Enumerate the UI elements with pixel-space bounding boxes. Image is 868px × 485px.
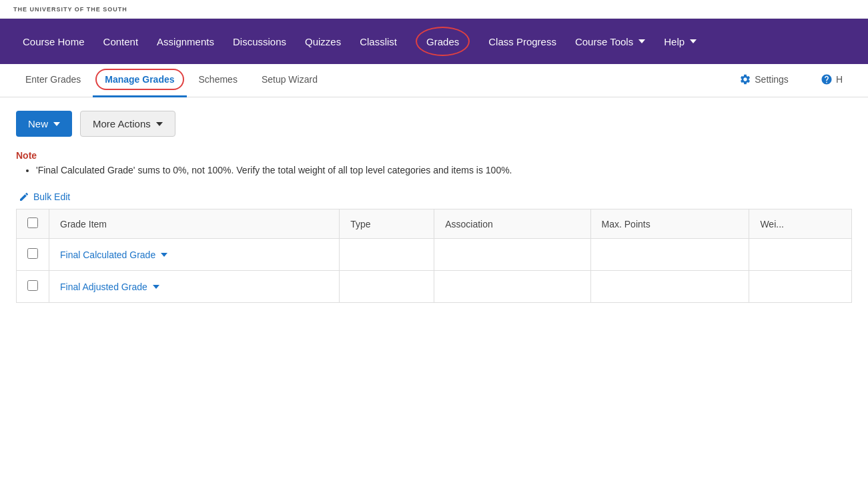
note-text: 'Final Calculated Grade' sums to 0%, not… <box>16 165 852 175</box>
sub-nav: Enter Grades Manage Grades Schemes Setup… <box>0 64 868 97</box>
row-2-checkbox[interactable] <box>27 280 38 291</box>
help-icon-link[interactable]: H <box>809 64 855 97</box>
subnav-setup-wizard[interactable]: Setup Wizard <box>250 64 330 97</box>
header-max-points: Max. Points <box>590 209 749 239</box>
note-section: Note 'Final Calculated Grade' sums to 0%… <box>16 150 852 175</box>
nav-course-home[interactable]: Course Home <box>13 19 94 64</box>
nav-class-progress[interactable]: Class Progress <box>479 19 566 64</box>
nav-quizzes[interactable]: Quizzes <box>296 19 350 64</box>
row-1-type <box>340 239 434 271</box>
table-header: Grade Item Type Association Max. Points … <box>17 209 852 239</box>
final-adjusted-chevron-icon <box>153 285 159 289</box>
subnav-enter-grades[interactable]: Enter Grades <box>13 64 93 97</box>
bulk-edit-row: Bulk Edit <box>16 191 852 202</box>
new-button-chevron-icon <box>53 122 60 126</box>
row-2-grade-item: Final Adjusted Grade <box>49 271 340 303</box>
sub-nav-right: Settings H <box>727 64 855 97</box>
note-label: Note <box>16 150 852 161</box>
nav-course-tools[interactable]: Course Tools <box>566 19 655 64</box>
grades-circle: Grades <box>416 27 470 56</box>
header-association: Association <box>434 209 590 239</box>
nav-help[interactable]: Help <box>655 19 706 64</box>
row-checkbox-cell <box>17 239 49 271</box>
new-button[interactable]: New <box>16 111 72 137</box>
row-checkbox-cell <box>17 271 49 303</box>
settings-link[interactable]: Settings <box>727 64 801 97</box>
header-type: Type <box>340 209 434 239</box>
table-body: Final Calculated Grade Final Adjusted Gr… <box>17 239 852 303</box>
nav-discussions[interactable]: Discussions <box>224 19 296 64</box>
settings-label: Settings <box>755 74 789 85</box>
row-2-type <box>340 271 434 303</box>
table-row: Final Adjusted Grade <box>17 271 852 303</box>
action-bar: New More Actions <box>16 111 852 137</box>
nav-classlist[interactable]: Classlist <box>350 19 406 64</box>
final-calculated-chevron-icon <box>161 253 167 257</box>
logo-bar: THE UNIVERSITY OF THE SOUTH <box>0 0 868 19</box>
more-actions-chevron-icon <box>156 122 163 126</box>
header-grade-item: Grade Item <box>49 209 340 239</box>
main-nav: Course Home Content Assignments Discussi… <box>0 19 868 64</box>
table-row: Final Calculated Grade <box>17 239 852 271</box>
row-1-association <box>434 239 590 271</box>
university-logo: THE UNIVERSITY OF THE SOUTH <box>13 6 127 13</box>
gear-icon <box>739 73 751 85</box>
subnav-manage-grades[interactable]: Manage Grades <box>93 64 186 97</box>
row-2-weight <box>749 271 852 303</box>
help-label: H <box>836 74 843 85</box>
nav-assignments[interactable]: Assignments <box>147 19 224 64</box>
header-weight: Wei... <box>749 209 852 239</box>
row-2-association <box>434 271 590 303</box>
row-1-checkbox[interactable] <box>27 248 38 259</box>
row-1-weight <box>749 239 852 271</box>
more-actions-button[interactable]: More Actions <box>80 111 175 137</box>
content-area: New More Actions Note 'Final Calculated … <box>0 97 868 316</box>
help-chevron-icon <box>690 39 697 43</box>
nav-grades[interactable]: Grades <box>406 19 479 64</box>
final-adjusted-grade-link[interactable]: Final Adjusted Grade <box>60 282 328 292</box>
final-calculated-grade-link[interactable]: Final Calculated Grade <box>60 250 328 260</box>
row-2-max-points <box>590 271 749 303</box>
pencil-icon <box>19 191 29 202</box>
header-checkbox-cell <box>17 209 49 239</box>
row-1-grade-item: Final Calculated Grade <box>49 239 340 271</box>
row-1-max-points <box>590 239 749 271</box>
bulk-edit-button[interactable]: Bulk Edit <box>19 191 70 202</box>
select-all-checkbox[interactable] <box>27 217 38 228</box>
grade-table: Grade Item Type Association Max. Points … <box>16 209 852 303</box>
help-icon <box>821 73 833 85</box>
bulk-edit-label: Bulk Edit <box>33 191 70 202</box>
nav-content[interactable]: Content <box>94 19 148 64</box>
subnav-schemes[interactable]: Schemes <box>187 64 250 97</box>
course-tools-chevron-icon <box>638 39 645 43</box>
